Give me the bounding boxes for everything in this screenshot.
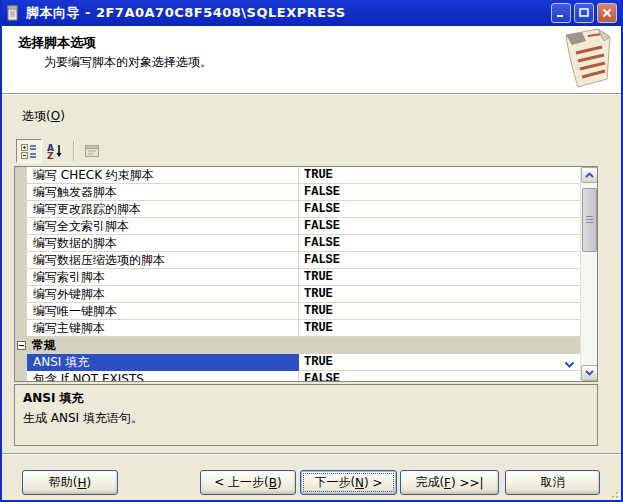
scroll-up-button[interactable] [581,167,598,183]
options-label: 选项(O) [22,108,65,125]
grid-row[interactable]: 编写唯一键脚本 TRUE [15,303,580,320]
property-pages-icon [84,143,100,159]
option-name[interactable]: 编写更改跟踪的脚本 [27,201,299,218]
next-button[interactable]: 下一步(N) > [300,470,397,495]
maximize-button[interactable] [574,3,594,23]
option-value[interactable]: TRUE [299,286,580,303]
scroll-watermark-image [552,27,618,95]
categorized-icon [21,143,37,159]
option-name[interactable]: 编写 CHECK 约束脚本 [27,167,299,184]
scrollbar-thumb[interactable] [582,188,597,252]
option-name[interactable]: 编写外键脚本 [27,286,299,303]
grid-row[interactable]: 编写数据压缩选项的脚本 FALSE [15,252,580,269]
grid-row[interactable]: 包含 If NOT EXISTS FALSE [15,371,580,381]
scroll-down-button[interactable] [581,365,598,381]
option-value[interactable]: FALSE [299,184,580,201]
alphabetical-sort-button[interactable]: A Z [42,139,68,163]
close-button[interactable] [597,3,617,23]
alphabetical-sort-icon: A Z [47,143,63,159]
option-name[interactable]: 编写触发器脚本 [27,184,299,201]
chevron-up-icon [585,172,594,178]
option-value[interactable]: TRUE [299,354,580,371]
titlebar[interactable]: 脚本向导 - 2F7A0A70C8F5408\SQLEXPRESS [2,0,621,26]
finish-button[interactable]: 完成(F) >>| [400,470,499,495]
description-panel: ANSI 填充 生成 ANSI 填充语句。 [14,384,598,446]
description-text: 生成 ANSI 填充语句。 [23,410,589,427]
resize-grip[interactable] [608,488,618,498]
option-value[interactable]: FALSE [299,235,580,252]
options-property-grid: 编写 CHECK 约束脚本 TRUE 编写触发器脚本 FALSE 编写更改跟踪的… [14,166,598,382]
grid-row[interactable]: 编写主键脚本 TRUE [15,320,580,337]
option-name[interactable]: 编写全文索引脚本 [27,218,299,235]
grid-rows: 编写 CHECK 约束脚本 TRUE 编写触发器脚本 FALSE 编写更改跟踪的… [15,167,580,381]
window-title: 脚本向导 - 2F7A0A70C8F5408\SQLEXPRESS [26,4,548,22]
option-name[interactable]: 编写索引脚本 [27,269,299,286]
option-name[interactable]: 编写唯一键脚本 [27,303,299,320]
collapse-minus-icon[interactable] [17,341,26,350]
bottom-separator [2,453,621,454]
grid-row[interactable]: 编写外键脚本 TRUE [15,286,580,303]
option-name[interactable]: 编写数据压缩选项的脚本 [27,252,299,269]
option-value[interactable]: FALSE [299,371,580,381]
option-value[interactable]: TRUE [299,303,580,320]
option-name[interactable]: 编写数据的脚本 [27,235,299,252]
option-value[interactable]: TRUE [299,167,580,184]
script-wizard-window: 脚本向导 - 2F7A0A70C8F5408\SQLEXPRESS 选择脚本选项… [0,0,623,502]
svg-text:Z: Z [47,151,54,159]
categorized-button[interactable] [16,139,42,163]
option-value[interactable]: FALSE [299,252,580,269]
cancel-button[interactable]: 取消 [505,470,600,495]
app-icon [6,5,21,22]
category-name[interactable]: 常规 [29,337,56,354]
wizard-header: 选择脚本选项 为要编写脚本的对象选择选项。 [2,26,621,94]
chevron-down-icon [585,370,594,376]
page-subtitle: 为要编写脚本的对象选择选项。 [44,54,212,71]
grid-row[interactable]: 编写索引脚本 TRUE [15,269,580,286]
toolbar-separator [73,141,74,161]
page-title: 选择脚本选项 [18,34,96,52]
option-name[interactable]: 包含 If NOT EXISTS [27,371,299,381]
grid-toolbar: A Z [16,138,105,164]
vertical-scrollbar[interactable] [580,167,597,381]
grid-row[interactable]: 编写全文索引脚本 FALSE [15,218,580,235]
grid-row-selected[interactable]: ANSI 填充 TRUE [15,354,580,371]
minimize-icon [555,7,567,19]
option-value[interactable]: TRUE [299,320,580,337]
grid-row[interactable]: 编写数据的脚本 FALSE [15,235,580,252]
help-button[interactable]: 帮助(H) [22,470,118,495]
grid-row[interactable]: 编写触发器脚本 FALSE [15,184,580,201]
minimize-button[interactable] [551,3,571,23]
option-value[interactable]: FALSE [299,218,580,235]
option-name[interactable]: 编写主键脚本 [27,320,299,337]
back-button[interactable]: < 上一步(B) [200,470,296,495]
property-pages-button[interactable] [79,139,105,163]
grid-category-row[interactable]: 常规 [15,337,580,354]
close-icon [601,7,613,19]
option-value[interactable]: FALSE [299,201,580,218]
dropdown-arrow-icon[interactable] [564,358,575,371]
description-title: ANSI 填充 [23,390,589,407]
option-name[interactable]: ANSI 填充 [27,354,299,371]
grid-row[interactable]: 编写 CHECK 约束脚本 TRUE [15,167,580,184]
grid-row[interactable]: 编写更改跟踪的脚本 FALSE [15,201,580,218]
option-value[interactable]: TRUE [299,269,580,286]
maximize-icon [578,7,590,19]
